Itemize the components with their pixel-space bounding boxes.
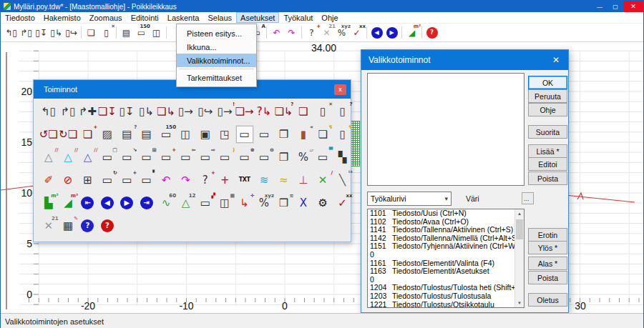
save-book-icon[interactable]: ❏ [84,25,99,40]
refresh-view-icon[interactable]: ▭↻ [99,172,116,189]
maximize-button[interactable]: ▢ [608,1,623,12]
menu-item-pisteen-esitys[interactable]: Pisteen esitys... [177,26,256,40]
next-section-icon[interactable]: ▶ [118,194,135,212]
exit-door-icon[interactable]: ▮« [295,126,312,143]
query-point-icon[interactable]: ?+ [197,172,214,189]
print-preview-icon[interactable]: ▤? [118,126,135,143]
blank-window-icon[interactable]: ▭ [255,126,273,143]
ohje-button[interactable]: Ohje [528,103,567,116]
editoi-button[interactable]: Editoi [528,157,567,171]
first-section-icon[interactable]: ⇤ [79,194,96,212]
menu-selaus[interactable]: Selaus [203,12,236,23]
pan-left-icon[interactable]: ▭⇦ [177,149,194,166]
functions-listbox[interactable]: 1101Tiedosto/Uusi (Ctrl+N)1102Tiedosto/A… [367,209,525,308]
help-context-icon[interactable]: ? [79,217,96,234]
frame-view-icon[interactable]: ▭▀ [314,149,331,166]
open-add-file-icon[interactable]: ↱▯ [19,25,34,40]
volume-m3-icon[interactable]: ◢m³ [404,25,419,40]
menu-zoomaus[interactable]: Zoomaus [85,12,127,23]
menu-item-ikkuna[interactable]: Ikkuna... [177,40,256,54]
list-item[interactable]: 1151Tiedosto/Tyhjennä/Aktiivinen (Ctrl+W… [368,242,514,251]
list-item[interactable]: 0 [368,276,514,284]
list-item[interactable]: 1141Tiedosto/Tallenna/Aktiivinen (Ctrl+S… [368,226,514,234]
menu-item-valikkotoiminnot[interactable]: Valikkotoiminnot... [177,54,256,67]
list-item[interactable]: 0 [368,251,514,259]
suorita-button[interactable]: Suorita [528,125,567,139]
delete-file-icon[interactable]: ▯✕ [99,25,114,40]
save-file-icon[interactable]: ▯↧ [118,103,135,120]
volume-m3-icon[interactable]: ◢m³ [59,194,77,212]
drawing-area[interactable]: 20151050-20-10030 34.00 Toiminnot x ↰▯↱▯… [1,42,643,313]
list-item[interactable]: 1101Tiedosto/Uusi (Ctrl+N) [368,209,514,218]
ok-button[interactable]: OK [528,76,567,89]
fit-view-icon[interactable]: ▣ [197,126,214,143]
write-file-icon[interactable]: ▯→ [177,103,194,120]
export-warn-file-icon[interactable]: ▯→! [216,103,233,120]
draw-board-icon[interactable]: ▦✎ [59,217,77,234]
hatch-triangle-icon[interactable]: △∕∕ [40,149,57,166]
hatch-box-icon[interactable]: ▨ [99,126,116,143]
menu-tiedosto[interactable]: Tiedosto [1,12,39,23]
menu-hakemisto[interactable]: Hakemisto [39,12,85,23]
axis-tool-icon[interactable]: ↳✛ [236,194,253,212]
zoom-out-icon[interactable]: ▭⊖ [255,149,273,166]
poista-2-button[interactable]: Poista [528,271,567,284]
save-as-file-icon[interactable]: ▯↳ [49,25,64,40]
close-book-icon[interactable]: ❏ [295,103,312,120]
open-file-icon[interactable]: ↰▯ [40,103,57,120]
zoom-extents-icon[interactable]: ▭⊞ [138,149,155,166]
browse-button[interactable]: ... [522,192,534,204]
oletus-button[interactable]: Oletus [528,293,567,307]
peruuta-button[interactable]: Peruuta [528,89,567,103]
undo-icon[interactable]: ↶ [269,25,284,40]
alas-button[interactable]: Alas * [528,257,567,270]
scroll-up-icon[interactable]: ▲ [515,209,524,218]
export-file-icon[interactable]: ▯↪ [64,25,79,40]
add-point-icon[interactable]: + [216,172,233,189]
grid-windows-icon[interactable]: ⊞ [79,172,96,189]
open-plus-file-icon[interactable]: ↱✚ [79,103,96,120]
export-file-icon[interactable]: ▯↪ [197,103,214,120]
last-section-icon[interactable]: ⇥ [138,194,155,212]
menu-ty-kalut[interactable]: Työkalut [279,12,317,23]
window-setup-icon[interactable]: ◫ [149,25,164,40]
dialog-title-bar[interactable]: Valikkotoiminnot ✕ [361,50,568,70]
save-query-file-icon[interactable]: ❏↳? [275,103,292,120]
hatch-triangle-cyan-icon[interactable]: △∕∕ [59,149,77,166]
curve-60-icon[interactable]: ∿60 [157,194,175,212]
save-down-file-icon[interactable]: ▯↧ [34,25,49,40]
list-item[interactable]: 1142Tiedosto/Tallenna/Nimellä (Ctrl+Alt+… [368,234,514,243]
dialog-close-icon[interactable]: ✕ [551,55,561,65]
xyz-scale-icon[interactable]: %xyz [255,194,273,212]
triangle-12-icon[interactable]: △12 [177,194,194,212]
check-xx-icon[interactable]: ✓xx [334,194,351,212]
window-box-icon[interactable]: ▭ [236,126,253,143]
layout-table-icon[interactable]: ◫▦ [216,194,233,212]
hatch-triangle-dashed-icon[interactable]: △∕∕ [79,149,96,166]
no-draw-icon[interactable]: ⊘ [59,172,77,189]
list-item[interactable]: 1161Tiedosto/Elementit/Valinta (F4) [368,259,514,268]
pan-right-icon[interactable]: ▭⇨ [197,149,214,166]
stack-windows-icon[interactable]: ❐ [275,126,292,143]
menu-ohje[interactable]: Ohje [317,12,342,23]
window-layout-icon[interactable]: ◫ [177,126,194,143]
delete-file-icon[interactable]: ▯✕ [314,103,331,120]
cad-view-icon[interactable]: ▚ [334,149,351,166]
toiminnot-close-button[interactable]: x [334,84,346,95]
rotate-file-icon[interactable]: ↻❏ [59,126,77,143]
erotin-button[interactable]: Erotin [528,228,567,242]
scale-1-50-icon[interactable]: ▭150 [157,126,175,143]
new-red-file-icon[interactable]: ❏+ [79,126,96,143]
print-scale-icon[interactable]: ▭150 [134,25,149,40]
scroll-down-icon[interactable]: ▼ [515,299,524,307]
toolbar-select[interactable]: Työkalurivi ▾ [367,192,452,206]
notepad-icon[interactable]: ❒≡ [275,194,292,212]
copy-window-icon[interactable]: ❐ [275,149,292,166]
query-point-icon[interactable]: ?+ [304,25,319,40]
prev-section-icon[interactable]: ◀ [369,25,384,40]
point-x21-icon[interactable]: ✕21 [319,25,334,40]
zoom-in-icon[interactable]: ▭⊕ [236,149,253,166]
save-add-file-icon[interactable]: ❏↧ [99,103,116,120]
section-marker-icon[interactable]: ⊥ [295,172,312,189]
menu-asetukset[interactable]: Asetukset [236,12,279,23]
